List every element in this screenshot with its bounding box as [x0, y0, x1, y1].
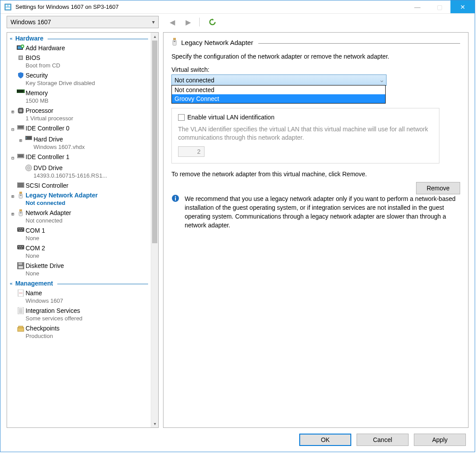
expand-icon[interactable]: ⊞: [10, 209, 16, 218]
sidebar-item-scsi[interactable]: SCSI Controller: [7, 181, 151, 190]
network-adapter-legacy-icon: [16, 191, 26, 200]
svg-rect-8: [19, 56, 22, 59]
divider: [199, 18, 200, 26]
svg-point-38: [22, 228, 23, 229]
sidebar-item-memory[interactable]: Memory1500 MB: [7, 88, 151, 106]
vm-selector[interactable]: Windows 1607 ▾: [7, 16, 159, 28]
minimize-button[interactable]: —: [406, 0, 428, 13]
expand-icon[interactable]: ⊞: [10, 107, 16, 116]
sidebar-item-legacy-network-adapter[interactable]: ⊞ Legacy Network AdapterNot connected: [7, 190, 151, 208]
virtual-switch-combo[interactable]: Not connected ⌵: [171, 74, 387, 86]
apply-button[interactable]: Apply: [414, 434, 466, 446]
vlan-checkbox[interactable]: [178, 114, 185, 121]
panel-description: Specify the configuration of the network…: [171, 53, 460, 60]
sidebar-item-com2[interactable]: COM 2None: [7, 243, 151, 261]
svg-rect-10: [17, 90, 18, 93]
svg-rect-19: [18, 127, 23, 128]
expand-icon[interactable]: ⊞: [18, 135, 24, 145]
sidebar-item-ide1[interactable]: ⊟ IDE Controller 1: [7, 152, 151, 163]
section-management[interactable]: « Management: [7, 278, 151, 288]
remove-button[interactable]: Remove: [416, 182, 460, 194]
vlan-id-input: [178, 146, 205, 157]
svg-rect-32: [19, 209, 22, 212]
svg-point-43: [20, 246, 21, 247]
sidebar-item-add-hardware[interactable]: Add Hardware: [7, 43, 151, 53]
svg-point-40: [21, 230, 22, 231]
sidebar-item-name[interactable]: NameWindows 1607: [7, 288, 151, 306]
svg-rect-13: [21, 90, 22, 93]
window-title: Settings for Windows 1607 on SP3-1607: [15, 4, 406, 10]
svg-rect-11: [19, 90, 19, 93]
expand-icon[interactable]: ⊞: [10, 191, 16, 201]
panel-title: Legacy Network Adapter: [181, 39, 253, 46]
sidebar-item-diskette[interactable]: Diskette DriveNone: [7, 261, 151, 278]
section-label: Hardware: [15, 35, 44, 42]
disc-icon: [24, 164, 33, 171]
svg-point-36: [19, 228, 19, 229]
vm-selector-value: Windows 1607: [11, 19, 51, 26]
sidebar-item-dvd-drive[interactable]: DVD Drive14393.0.160715-1616.RS1...: [7, 163, 151, 181]
svg-rect-56: [174, 41, 175, 42]
svg-rect-3: [6, 7, 10, 9]
svg-rect-14: [22, 90, 23, 93]
content-panel: Legacy Network Adapter Specify the confi…: [163, 32, 469, 428]
nav-forward-button[interactable]: ▶: [182, 16, 194, 28]
svg-rect-58: [175, 197, 176, 201]
serial-port-icon: [16, 244, 26, 250]
app-icon: [4, 3, 12, 11]
svg-rect-24: [18, 155, 23, 156]
checkpoint-icon: [16, 324, 26, 332]
list-icon: [16, 307, 26, 314]
refresh-button[interactable]: [207, 16, 218, 28]
close-button[interactable]: ✕: [450, 0, 475, 13]
sidebar-item-checkpoints[interactable]: CheckpointsProduction: [7, 323, 151, 341]
section-hardware[interactable]: « Hardware: [7, 33, 151, 43]
sidebar-item-network-adapter[interactable]: ⊞ Network AdapterNot connected: [7, 208, 151, 226]
svg-rect-12: [20, 90, 21, 93]
svg-rect-55: [173, 40, 176, 45]
info-icon: [171, 194, 180, 230]
sidebar-item-bios[interactable]: BIOSBoot from CD: [7, 53, 151, 71]
collapse-icon[interactable]: ⊟: [10, 124, 16, 134]
svg-rect-2: [8, 5, 10, 7]
dropdown-option-groovy-connect[interactable]: Groovy Connect: [172, 94, 385, 103]
svg-rect-31: [20, 195, 22, 196]
virtual-switch-value: Not connected: [175, 77, 214, 84]
collapse-icon[interactable]: ⊟: [10, 153, 16, 162]
collapse-icon: «: [10, 281, 13, 286]
sidebar-item-processor[interactable]: ⊞ Processor1 Virtual processor: [7, 106, 151, 123]
remove-description: To remove the network adapter from this …: [171, 171, 460, 178]
ok-button[interactable]: OK: [299, 434, 351, 446]
sidebar-item-com1[interactable]: COM 1None: [7, 226, 151, 243]
sidebar-item-ide0[interactable]: ⊟ IDE Controller 0: [7, 123, 151, 134]
sidebar-scrollbar[interactable]: ▴ ▾: [151, 33, 158, 427]
hdd-icon: [24, 135, 33, 140]
sidebar-item-security[interactable]: SecurityKey Storage Drive disabled: [7, 71, 151, 88]
svg-rect-16: [19, 109, 22, 112]
document-icon: [16, 289, 26, 297]
toolbar: Windows 1607 ▾ ◀ ▶: [0, 14, 475, 29]
vlan-description: The VLAN identifier specifies the virtua…: [178, 125, 433, 142]
svg-rect-35: [17, 227, 24, 232]
network-adapter-legacy-icon: [171, 38, 178, 47]
svg-rect-48: [19, 263, 22, 265]
svg-rect-33: [19, 212, 22, 216]
svg-rect-18: [18, 126, 23, 127]
chevron-down-icon: ▾: [152, 19, 155, 25]
scroll-thumb[interactable]: [152, 41, 157, 243]
scroll-up-icon[interactable]: ▴: [151, 33, 158, 40]
scroll-down-icon[interactable]: ▾: [151, 420, 158, 427]
maximize-button[interactable]: ▢: [428, 0, 450, 13]
sidebar-item-hard-drive[interactable]: ⊞ Hard DriveWindows 1607.vhdx: [7, 134, 151, 152]
sidebar-item-integration[interactable]: Integration ServicesSome services offere…: [7, 306, 151, 323]
svg-rect-1: [6, 5, 7, 7]
nav-back-button[interactable]: ◀: [167, 16, 178, 28]
collapse-icon: «: [10, 36, 13, 41]
chip-icon: [16, 54, 26, 61]
svg-rect-59: [175, 196, 176, 197]
cpu-icon: [16, 107, 26, 114]
virtual-switch-dropdown[interactable]: Not connected Groovy Connect: [171, 85, 386, 104]
svg-point-42: [19, 246, 19, 247]
cancel-button[interactable]: Cancel: [357, 434, 409, 446]
dropdown-option-not-connected[interactable]: Not connected: [172, 85, 385, 94]
